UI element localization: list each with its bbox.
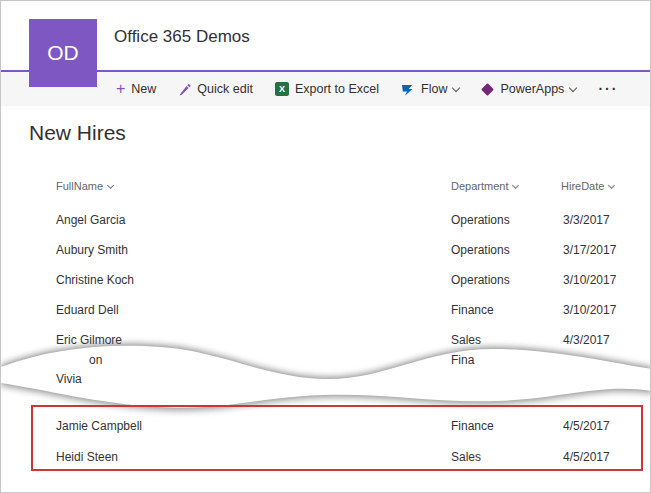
table-row[interactable]: Aubury Smith Operations 3/17/2017 <box>1 235 651 265</box>
column-header-department[interactable]: Department <box>451 180 518 192</box>
cell-fullname-fragment: Vivia <box>56 372 82 386</box>
quick-edit-label: Quick edit <box>197 82 253 96</box>
powerapps-icon <box>482 83 495 96</box>
site-logo-initials: OD <box>47 41 79 65</box>
cell-department-fragment: Fina <box>451 353 474 367</box>
column-header-label: Department <box>451 180 508 192</box>
plus-icon: + <box>116 81 125 97</box>
chevron-down-icon <box>569 83 577 91</box>
sharepoint-list-page: OD Office 365 Demos + New Quick edit X E… <box>0 0 651 493</box>
new-button[interactable]: + New <box>116 81 156 97</box>
column-header-label: FullName <box>56 180 103 192</box>
ellipsis-icon: ··· <box>598 81 618 97</box>
highlight-box <box>31 405 643 471</box>
sort-chevron-icon <box>107 182 114 189</box>
cell-fullname-fragment: on <box>89 353 102 367</box>
cell-fullname: Christine Koch <box>56 265 134 295</box>
flow-icon <box>401 83 415 96</box>
chevron-down-icon <box>452 83 460 91</box>
more-commands-button[interactable]: ··· <box>598 81 618 97</box>
cell-hiredate: 3/17/2017 <box>563 235 616 265</box>
command-bar: + New Quick edit X Export to Excel Flow … <box>1 70 651 106</box>
pencil-icon <box>178 83 191 96</box>
table-row[interactable]: Christine Koch Operations 3/10/2017 <box>1 265 651 295</box>
powerapps-label: PowerApps <box>500 82 564 96</box>
excel-icon: X <box>275 82 289 96</box>
flow-menu-button[interactable]: Flow <box>401 82 459 96</box>
cell-department: Operations <box>451 205 510 235</box>
cell-hiredate: 3/10/2017 <box>563 295 616 325</box>
column-header-label: HireDate <box>561 180 604 192</box>
page-title: New Hires <box>29 121 126 145</box>
cell-hiredate: 3/10/2017 <box>563 265 616 295</box>
sort-chevron-icon <box>608 182 615 189</box>
quick-edit-button[interactable]: Quick edit <box>178 82 253 96</box>
cell-department: Operations <box>451 265 510 295</box>
export-to-excel-label: Export to Excel <box>295 82 379 96</box>
cell-fullname: Angel Garcia <box>56 205 125 235</box>
powerapps-menu-button[interactable]: PowerApps <box>481 82 576 96</box>
table-row-partial[interactable]: on <box>89 353 102 367</box>
sort-chevron-icon <box>512 182 519 189</box>
cell-department: Operations <box>451 235 510 265</box>
table-row-partial[interactable]: Vivia <box>56 372 82 386</box>
table-row[interactable]: Angel Garcia Operations 3/3/2017 <box>1 205 651 235</box>
table-row-partial[interactable]: Fina <box>451 353 474 367</box>
export-to-excel-button[interactable]: X Export to Excel <box>275 82 379 96</box>
site-logo[interactable]: OD <box>29 19 97 87</box>
column-header-fullname[interactable]: FullName <box>56 180 113 192</box>
column-header-hiredate[interactable]: HireDate <box>561 180 614 192</box>
cell-fullname: Aubury Smith <box>56 235 128 265</box>
table-row[interactable]: Eduard Dell Finance 3/10/2017 <box>1 295 651 325</box>
excel-icon-letter: X <box>279 84 285 94</box>
cell-fullname: Eduard Dell <box>56 295 119 325</box>
new-button-label: New <box>131 82 156 96</box>
site-title[interactable]: Office 365 Demos <box>114 27 250 47</box>
cell-department: Finance <box>451 295 494 325</box>
cell-hiredate: 3/3/2017 <box>563 205 610 235</box>
flow-label: Flow <box>421 82 447 96</box>
